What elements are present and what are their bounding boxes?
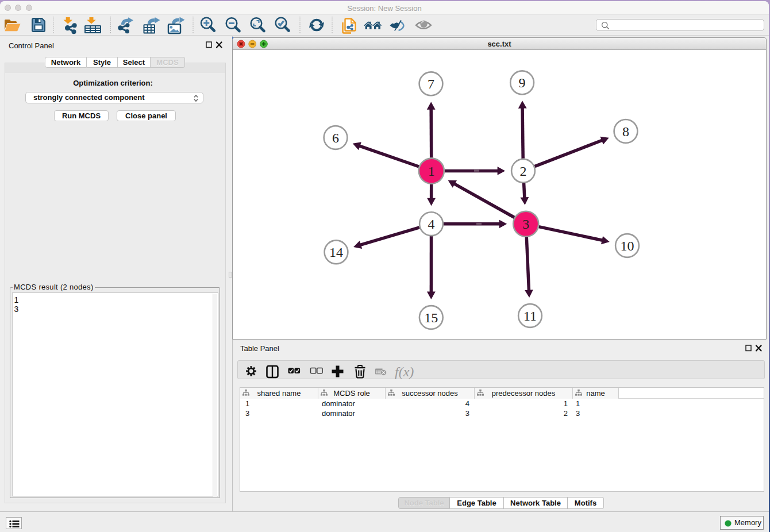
svg-text:11: 11: [523, 309, 537, 323]
svg-text:14: 14: [329, 245, 343, 260]
svg-text:10: 10: [621, 238, 634, 253]
svg-text:3: 3: [522, 217, 529, 232]
svg-text:1: 1: [428, 164, 435, 179]
svg-text:4: 4: [428, 217, 435, 232]
svg-text:2: 2: [520, 164, 527, 179]
svg-text:f(x): f(x): [395, 364, 414, 379]
svg-text:9: 9: [519, 75, 526, 90]
svg-text:15: 15: [424, 310, 438, 325]
svg-text:6: 6: [332, 130, 339, 145]
svg-text:8: 8: [622, 124, 629, 139]
svg-text:7: 7: [428, 76, 434, 91]
